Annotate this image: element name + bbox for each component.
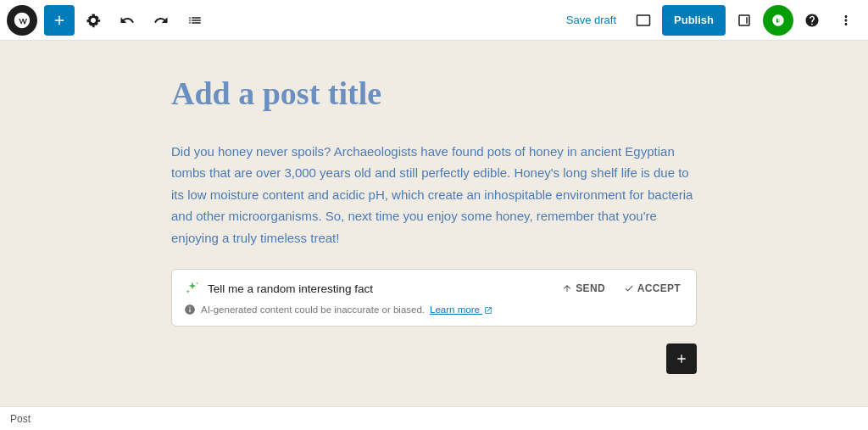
ai-disclaimer: AI-generated content could be inaccurate… [184,304,684,316]
more-options-button[interactable] [831,5,861,36]
publish-button[interactable]: Publish [662,5,726,36]
ai-accept-button[interactable]: ACCEPT [620,281,684,296]
add-block-button[interactable] [666,343,697,374]
jetpack-button[interactable] [763,5,793,36]
post-title[interactable]: Add a post title [171,75,697,114]
editor-content: Add a post title Did you honey never spo… [171,75,697,372]
ai-learn-more-link[interactable]: Learn more [430,304,492,315]
undo-button[interactable] [112,5,142,36]
toolbar: Save draft Publish [0,0,868,41]
tools-button[interactable] [78,5,108,36]
list-view-button[interactable] [180,5,210,36]
ai-prompt-text: Tell me a random interesting fact [208,282,552,295]
ai-suggestion-box: Tell me a random interesting fact SEND A… [171,269,697,327]
ai-box-header: Tell me a random interesting fact SEND A… [184,280,684,297]
save-draft-button[interactable]: Save draft [558,8,625,31]
ai-send-button[interactable]: SEND [559,281,609,296]
redo-button[interactable] [146,5,176,36]
ai-disclaimer-text: AI-generated content could be inaccurate… [201,304,425,315]
help-button[interactable] [797,5,827,36]
sidebar-toggle-button[interactable] [729,5,760,36]
editor-area: Add a post title Did you honey never spo… [0,41,868,406]
ai-sparkle-icon [184,280,201,297]
status-label: Post [10,413,31,425]
wp-logo[interactable] [7,5,37,36]
add-block-toolbar-button[interactable] [44,5,75,36]
ai-actions: SEND ACCEPT [559,281,684,296]
post-body[interactable]: Did you honey never spoils? Archaeologis… [171,141,697,249]
view-button[interactable] [628,5,659,36]
status-bar: Post [0,406,868,430]
